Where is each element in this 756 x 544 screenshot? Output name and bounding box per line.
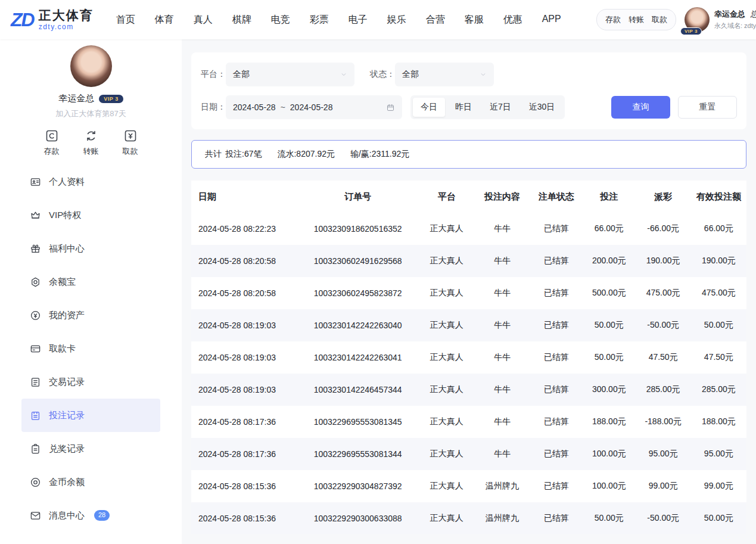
cell-status: 已结算 <box>530 470 583 502</box>
cell-bet: 66.00元 <box>583 213 636 245</box>
permanent-domain-note: 永久域名: zdty <box>714 21 756 30</box>
column-header: 注单状态 <box>530 181 583 213</box>
sidebar-item-feedback[interactable]: 意见反馈 <box>21 532 160 544</box>
cell-order: 1003230602491629568 <box>297 245 419 277</box>
topbar-deposit-link[interactable]: 存款 <box>605 14 621 25</box>
nav-item-home[interactable]: 首页 <box>116 14 135 26</box>
profile-action-transfer[interactable]: 转账 <box>83 129 99 157</box>
vip-badge: VIP 3 <box>680 27 702 35</box>
filter-row-date: 日期： 2024-05-28 ~ 2024-05-28 今日昨日近7日近30日 … <box>201 95 737 119</box>
cell-bet: 100.00元 <box>583 438 636 470</box>
cell-status: 已结算 <box>530 213 583 245</box>
summary-prefix: 共计 <box>205 149 222 158</box>
transactions-icon <box>30 377 41 388</box>
cell-bet: 188.00元 <box>583 406 636 438</box>
cell-valid: 99.00元 <box>691 470 746 502</box>
cell-platform: 正大真人 <box>419 277 474 309</box>
quick-date-today[interactable]: 今日 <box>413 98 445 117</box>
cell-status: 已结算 <box>530 502 583 534</box>
assets-icon <box>30 310 41 321</box>
cell-date: 2024-05-28 08:15:36 <box>191 470 297 502</box>
nav-item-entertainment[interactable]: 娱乐 <box>387 14 406 26</box>
prize-records-icon <box>30 443 41 455</box>
platform-select[interactable]: 全部 <box>226 63 354 86</box>
platform-label: 平台： <box>201 69 226 80</box>
nav-item-sports[interactable]: 体育 <box>155 14 174 26</box>
sidebar-item-card[interactable]: 取款卡 <box>21 332 160 365</box>
sidebar-item-assets[interactable]: 我的资产 <box>21 299 160 332</box>
table-row: 2024-05-28 08:20:581003230602495823872正大… <box>191 277 746 309</box>
topbar-withdraw-link[interactable]: 取款 <box>652 14 667 25</box>
cell-bet: 500.00元 <box>583 277 636 309</box>
cell-platform: 正大真人 <box>419 502 474 534</box>
sidebar-item-messages[interactable]: 消息中心28 <box>21 499 160 532</box>
deposit-icon <box>44 129 60 143</box>
sidebar-item-transactions[interactable]: 交易记录 <box>21 365 160 399</box>
bet-records-table: 日期订单号平台投注内容注单状态投注派彩有效投注额 2024-05-28 08:2… <box>191 181 746 534</box>
topbar-transfer-link[interactable]: 转账 <box>629 14 644 25</box>
cell-content: 牛牛 <box>474 309 530 341</box>
cell-valid: 188.00元 <box>691 406 746 438</box>
cell-bet: 200.00元 <box>583 245 636 277</box>
brand-logo-mark: ZD <box>11 9 34 31</box>
sidebar-item-profile[interactable]: 个人资料 <box>21 165 160 198</box>
sidebar-item-label: 取款卡 <box>49 343 76 355</box>
profile-action-withdraw[interactable]: 取款 <box>123 129 138 157</box>
nav-item-service[interactable]: 客服 <box>465 14 484 26</box>
column-header: 平台 <box>419 181 474 213</box>
nav-item-chess[interactable]: 棋牌 <box>232 14 251 26</box>
search-button[interactable]: 查询 <box>611 96 670 119</box>
cell-order: 1003229695553081345 <box>297 406 419 438</box>
topbar-user[interactable]: VIP 3 幸运金总 总 永久域名: zdty <box>685 7 756 32</box>
sidebar-item-label: 投注记录 <box>49 410 85 421</box>
cell-bet: 100.00元 <box>583 470 636 502</box>
sidebar-item-yuebao[interactable]: 余额宝 <box>21 265 160 299</box>
brand-logo[interactable]: ZD 正大体育 zdty.com <box>11 8 94 31</box>
sidebar-item-bets[interactable]: 投注记录 <box>21 399 160 432</box>
cell-content: 牛牛 <box>474 341 530 374</box>
cell-content: 牛牛 <box>474 438 530 470</box>
sidebar-item-welfare[interactable]: 福利中心 <box>21 232 160 265</box>
sidebar-item-gold[interactable]: 金币余额 <box>21 465 160 499</box>
brand-domain: zdty.com <box>39 23 94 31</box>
bet-records-icon <box>30 410 41 421</box>
quick-date-last30[interactable]: 近30日 <box>521 98 563 117</box>
nav-item-live[interactable]: 真人 <box>194 14 213 26</box>
date-range-input[interactable]: 2024-05-28 ~ 2024-05-28 <box>226 95 402 119</box>
quick-date-last7[interactable]: 近7日 <box>482 98 519 117</box>
profile-action-label: 取款 <box>123 146 138 157</box>
nav-item-promo[interactable]: 优惠 <box>503 14 522 26</box>
sidebar-item-label: 我的资产 <box>49 310 85 321</box>
profile-avatar[interactable] <box>70 45 112 87</box>
nav-item-joint[interactable]: 合营 <box>426 14 445 26</box>
date-separator: ~ <box>281 102 285 112</box>
sidebar-item-label: 福利中心 <box>49 243 85 254</box>
table-row: 2024-05-28 08:19:031003230142246457344正大… <box>191 374 746 406</box>
cell-bet: 50.00元 <box>583 341 636 374</box>
sidebar-item-vip[interactable]: VIP特权 <box>21 198 160 232</box>
cell-platform: 正大真人 <box>419 374 474 406</box>
quick-date-yesterday[interactable]: 昨日 <box>447 98 480 117</box>
mail-icon <box>30 510 41 521</box>
vip-badge: VIP 3 <box>99 95 123 103</box>
profile-card: 幸运金总 VIP 3 加入正大体育第87天 存款转账取款 <box>0 45 182 157</box>
table-row: 2024-05-28 08:15:361003229290300633088正大… <box>191 502 746 534</box>
filter-row-selects: 平台： 全部 状态： 全部 <box>201 63 737 86</box>
cell-payout: 190.00元 <box>636 245 691 277</box>
avatar-wrap: VIP 3 <box>685 7 710 32</box>
cell-status: 已结算 <box>530 245 583 277</box>
cell-order: 1003230918620516352 <box>297 213 419 245</box>
status-select[interactable]: 全部 <box>395 63 494 86</box>
reset-button[interactable]: 重置 <box>678 96 737 119</box>
unread-count-badge: 28 <box>94 510 110 520</box>
nav-item-app[interactable]: APP <box>542 14 561 26</box>
profile-action-deposit[interactable]: 存款 <box>44 129 60 157</box>
bank-card-icon <box>30 343 41 355</box>
cell-payout: -188.00元 <box>636 406 691 438</box>
nav-item-lottery[interactable]: 彩票 <box>310 14 329 26</box>
nav-item-slots[interactable]: 电子 <box>349 14 368 26</box>
user-meta: 幸运金总 总 永久域名: zdty <box>714 9 756 30</box>
cell-content: 温州牌九 <box>474 502 530 534</box>
nav-item-esports[interactable]: 电竞 <box>271 14 290 26</box>
sidebar-item-prizes[interactable]: 兑奖记录 <box>21 432 160 465</box>
